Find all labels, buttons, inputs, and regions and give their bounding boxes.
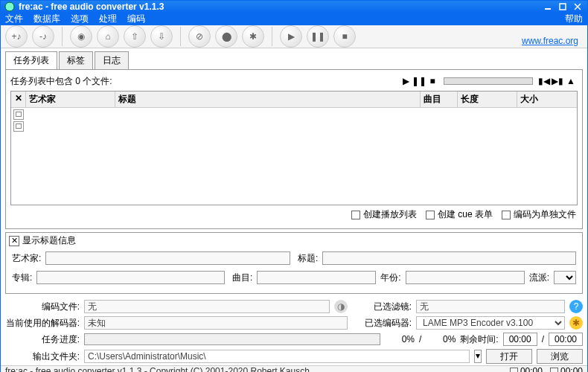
mini-seek-bar[interactable] xyxy=(444,77,533,85)
label-album: 专辑: xyxy=(12,272,32,284)
stop-create-button[interactable]: ⊘ xyxy=(188,25,211,48)
checkbox-create-playlist[interactable]: 创建播放列表 xyxy=(351,208,417,221)
menubar: 文件 数据库 选项 处理 编码 帮助 xyxy=(1,13,587,25)
input-album[interactable] xyxy=(36,271,225,284)
label-genre: 流派: xyxy=(529,272,549,284)
col-check[interactable]: ✕ xyxy=(11,92,26,107)
minimize-button[interactable] xyxy=(541,1,555,12)
input-year[interactable] xyxy=(406,271,525,284)
label-track: 曲目: xyxy=(232,272,252,284)
input-track[interactable] xyxy=(257,271,376,284)
app-icon xyxy=(4,1,16,13)
label-decoder: 当前使用的解码器: xyxy=(5,317,80,330)
label-year: 年份: xyxy=(380,272,400,284)
deselect-all-box[interactable]: □ xyxy=(13,121,24,132)
filter-help-icon[interactable]: ? xyxy=(569,300,583,313)
mini-next-icon[interactable]: ▶▮ xyxy=(551,74,564,88)
input-artist[interactable] xyxy=(45,251,290,265)
col-track[interactable]: 曲目 xyxy=(421,92,458,107)
col-artist[interactable]: 艺术家 xyxy=(26,92,115,107)
svg-rect-1 xyxy=(545,8,551,10)
add-files-button[interactable]: +♪ xyxy=(5,25,28,48)
checkbox-create-cue[interactable]: 创建 cue 表单 xyxy=(426,208,493,221)
tab-log[interactable]: 日志 xyxy=(95,51,129,69)
label-filter: 已选滤镜: xyxy=(352,301,412,313)
tag-info-close-icon[interactable]: ✕ xyxy=(9,236,19,246)
toolbar: +♪ -♪ ◉ ⌂ ⇧ ⇩ ⊘ ⬤ ✱ ▶ ❚❚ ■ www.freac.org xyxy=(1,25,587,48)
mini-eject-icon[interactable]: ▲ xyxy=(564,74,578,88)
tab-bar: 任务列表 标签 日志 xyxy=(1,51,587,69)
status-text: fre:ac - free audio converter v1.1.3 - C… xyxy=(5,366,502,372)
time-remaining-1: 00:00 xyxy=(503,333,537,346)
maximize-button[interactable] xyxy=(556,1,569,12)
statusbar: fre:ac - free audio converter v1.1.3 - C… xyxy=(1,365,587,372)
tab-tags[interactable]: 标签 xyxy=(59,51,93,69)
row-controls: □ □ xyxy=(11,108,26,205)
input-title[interactable] xyxy=(322,251,576,265)
menu-file[interactable]: 文件 xyxy=(5,13,23,25)
input-output-folder[interactable] xyxy=(84,350,470,363)
menu-encode[interactable]: 编码 xyxy=(127,13,145,25)
svg-point-0 xyxy=(5,2,14,11)
menu-options[interactable]: 选项 xyxy=(71,13,89,25)
value-decoder: 未知 xyxy=(84,316,348,330)
status-time2-group[interactable]: 00:00 xyxy=(550,366,583,372)
table-header: ✕ 艺术家 标题 曲目 长度 大小 xyxy=(11,92,577,108)
settings-encoder-button[interactable]: ⬤ xyxy=(215,25,237,48)
encoder-settings-icon[interactable]: ✱ xyxy=(569,316,583,330)
svg-rect-2 xyxy=(560,4,566,10)
menu-process[interactable]: 处理 xyxy=(99,13,117,25)
website-link[interactable]: www.freac.org xyxy=(522,36,578,46)
tag-info-group: ✕ 显示标题信息 艺术家: 标题: 专辑: 曲目: 年份: 流派: xyxy=(5,232,583,294)
browse-button[interactable]: 浏览 xyxy=(537,349,583,364)
label-title: 标题: xyxy=(298,252,318,265)
file-info-icon[interactable]: ◑ xyxy=(334,300,348,313)
label-encoder: 已选编码器: xyxy=(352,317,412,330)
pause-big-button[interactable]: ❚❚ xyxy=(307,25,329,48)
cddb-query-button[interactable]: ⇩ xyxy=(150,25,173,48)
settings-general-button[interactable]: ✱ xyxy=(242,25,264,48)
remove-files-button[interactable]: -♪ xyxy=(32,25,54,48)
label-artist: 艺术家: xyxy=(12,252,41,265)
value-filter: 无 xyxy=(416,300,565,313)
progress-bar xyxy=(84,333,380,345)
col-length[interactable]: 长度 xyxy=(458,92,517,107)
checkbox-encode-single[interactable]: 编码为单独文件 xyxy=(502,208,576,221)
tasklist-panel: 任务列表中包含 0 个文件: ▶ ❚❚ ■ ▮◀ ▶▮ ▲ ✕ 艺术家 标题 曲… xyxy=(5,69,583,229)
tag-info-legend: 显示标题信息 xyxy=(22,234,76,247)
col-title[interactable]: 标题 xyxy=(115,92,421,107)
cddb-button[interactable]: ⌂ xyxy=(97,25,119,48)
menu-database[interactable]: 数据库 xyxy=(33,13,60,25)
tasklist-summary: 任务列表中包含 0 个文件: xyxy=(10,75,399,88)
status-time1-group[interactable]: 00:00 xyxy=(510,366,543,372)
select-encoder[interactable]: LAME MP3 Encoder v3.100 xyxy=(416,316,565,330)
label-progress: 任务进度: xyxy=(5,333,80,346)
mini-pause-icon[interactable]: ❚❚ xyxy=(412,74,426,88)
encode-section: 编码文件: 无 ◑ 已选滤镜: 无 ? 当前使用的解码器: 未知 已选编码器: … xyxy=(5,298,583,365)
tasklist-table: ✕ 艺术家 标题 曲目 长度 大小 □ □ xyxy=(10,91,578,205)
mini-play-icon[interactable]: ▶ xyxy=(399,74,412,88)
progress-pct2: 0% xyxy=(426,334,456,344)
select-all-box[interactable]: □ xyxy=(13,109,24,120)
cd-button[interactable]: ◉ xyxy=(70,25,92,48)
time-remaining-2: 00:00 xyxy=(549,333,583,346)
mini-stop-icon[interactable]: ■ xyxy=(426,74,439,88)
titlebar: fre:ac - free audio converter v1.1.3 xyxy=(1,1,587,13)
menu-help[interactable]: 帮助 xyxy=(565,13,583,25)
value-encode-file: 无 xyxy=(84,300,330,313)
label-encode-file: 编码文件: xyxy=(5,301,80,313)
cddb-submit-button[interactable]: ⇧ xyxy=(124,25,146,48)
pct-sep: / xyxy=(419,334,421,344)
output-folder-history-icon[interactable]: ▾ xyxy=(474,350,482,363)
mini-prev-icon[interactable]: ▮◀ xyxy=(537,74,551,88)
progress-pct1: 0% xyxy=(385,334,415,344)
window-title: fre:ac - free audio converter v1.1.3 xyxy=(19,1,540,12)
stop-big-button[interactable]: ■ xyxy=(333,25,356,48)
tab-tasklist[interactable]: 任务列表 xyxy=(5,51,57,69)
close-button[interactable] xyxy=(571,1,584,12)
select-genre[interactable] xyxy=(554,271,576,284)
col-size[interactable]: 大小 xyxy=(517,92,577,107)
label-remaining: 剩余时间: xyxy=(460,333,498,346)
open-button[interactable]: 打开 xyxy=(486,349,532,364)
play-button[interactable]: ▶ xyxy=(280,25,302,48)
